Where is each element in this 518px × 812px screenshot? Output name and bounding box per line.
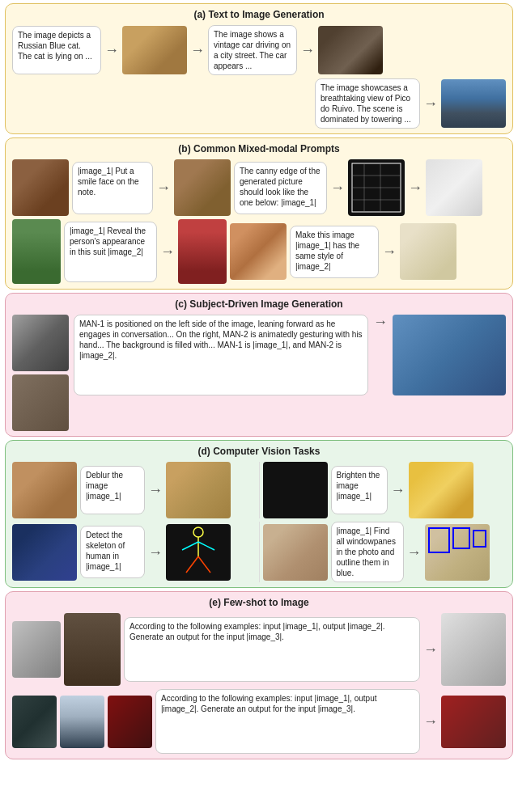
img-lion-sharp (166, 462, 231, 518)
section-c-title: (c) Subject-Driven Image Generation (12, 298, 506, 310)
section-a-text3: The image showcases a breathtaking view … (315, 78, 420, 129)
img-lion-blur (12, 462, 77, 518)
arrow-e2: → (423, 714, 438, 729)
section-a: (a) Text to Image Generation The image d… (5, 3, 513, 134)
section-a-text1: The image depicts a Russian Blue cat. Th… (12, 26, 101, 74)
img-ironman-input (108, 696, 152, 748)
section-e-row1: According to the following examples: inp… (12, 613, 506, 686)
img-man2 (12, 374, 69, 431)
section-c-left (12, 315, 69, 431)
img-kitchen-fewshot (12, 621, 61, 678)
arrow-d2: → (391, 483, 405, 497)
section-d-row2-right: |image_1| Find all windowpanes in the ph… (263, 522, 507, 582)
arrow-b3: → (408, 180, 422, 195)
section-b-text2: |image_1| Reveal the person's appearance… (64, 222, 157, 282)
section-d-title: (d) Computer Vision Tasks (12, 446, 506, 457)
arrow-4: → (423, 96, 438, 111)
svg-rect-12 (429, 528, 449, 552)
img-skeleton (166, 524, 231, 581)
arrow-d4: → (407, 545, 422, 560)
img-fruit-teapot (230, 223, 287, 280)
section-d-row2-left: Detect the skeleton of human in |image_1… (12, 522, 256, 582)
section-c-inner: MAN-1 is positioned on the left side of … (12, 315, 506, 431)
section-d-row1-right: Brighten the image |image_1| → (263, 462, 507, 518)
section-e-text1: According to the following examples: inp… (124, 617, 420, 682)
arrow-b1: → (156, 180, 171, 195)
section-e-text2: According to the following examples: inp… (155, 689, 420, 754)
svg-rect-13 (453, 528, 469, 548)
section-d-text4: |image_1| Find all windowpanes in the ph… (331, 522, 404, 582)
img-car (318, 26, 383, 74)
section-b-canny-text: The canny edge of the generated picture … (234, 162, 327, 214)
section-a-row2: The image showcases a breathtaking view … (12, 78, 506, 129)
arrow-3: → (300, 43, 315, 57)
section-b-row2: |image_1| Reveal the person's appearance… (12, 219, 506, 284)
section-b-title: (b) Common Mixed-modal Prompts (12, 143, 506, 154)
img-man1 (12, 315, 69, 371)
section-c-desc: MAN-1 is positioned on the left side of … (74, 315, 368, 395)
section-b-text1: |image_1| Put a smile face on the note. (72, 162, 153, 214)
section-e-title: (e) Few-shot to Image (12, 597, 506, 608)
img-mountain-cave (60, 696, 104, 748)
svg-line-9 (198, 542, 214, 550)
section-d-text2: Brighten the image |image_1| (331, 466, 388, 514)
arrow-d1: → (148, 483, 163, 497)
arrow-c1: → (373, 315, 388, 329)
section-a-text2: The image shows a vintage car driving on… (208, 25, 297, 75)
svg-rect-14 (473, 531, 486, 547)
arrow-d3: → (148, 545, 163, 560)
section-b-row1: |image_1| Put a smile face on the note. … (12, 159, 506, 216)
divider-d1 (259, 462, 260, 518)
section-d: (d) Computer Vision Tasks Deblur the ima… (5, 440, 513, 588)
img-cave (12, 696, 57, 748)
img-room-white (426, 159, 482, 216)
arrow-2: → (190, 43, 205, 57)
section-d-text1: Deblur the image |image_1| (80, 466, 145, 514)
section-b-style-text: Make this image |image_1| has the same s… (290, 226, 379, 278)
img-dark (263, 462, 328, 518)
img-canny (348, 159, 405, 216)
img-red-top (178, 219, 227, 284)
img-ironman-output (441, 696, 506, 748)
img-warrior (64, 613, 121, 686)
img-green-top (12, 219, 61, 284)
svg-line-10 (186, 556, 198, 573)
arrow-b2: → (330, 180, 345, 195)
img-cat (122, 26, 187, 74)
section-d-row2: Detect the skeleton of human in |image_1… (12, 522, 506, 582)
svg-line-11 (198, 556, 210, 573)
img-teapot-sketch (400, 223, 456, 280)
section-c: (c) Subject-Driven Image Generation MAN-… (5, 293, 513, 437)
img-mountain (441, 79, 506, 128)
section-d-row1: Deblur the image |image_1| → Brighten th… (12, 462, 506, 518)
section-a-title: (a) Text to Image Generation (12, 9, 506, 20)
img-spongebob (409, 462, 473, 518)
svg-point-6 (193, 527, 203, 537)
svg-line-8 (182, 542, 198, 550)
divider-d2 (259, 522, 260, 582)
arrow-b4: → (160, 244, 175, 259)
section-d-text3: Detect the skeleton of human in |image_1… (80, 526, 145, 578)
img-kitchen2 (425, 524, 490, 581)
img-bag (12, 159, 69, 216)
arrow-1: → (104, 43, 119, 57)
section-e: (e) Few-shot to Image According to the f… (5, 591, 513, 759)
img-man-pose (12, 524, 77, 581)
img-white-figure (441, 613, 506, 686)
img-kitchen1 (263, 524, 328, 581)
section-e-row2: According to the following examples: inp… (12, 689, 506, 754)
section-a-row: The image depicts a Russian Blue cat. Th… (12, 25, 506, 75)
img-group (393, 315, 506, 395)
arrow-b5: → (382, 244, 397, 259)
section-b: (b) Common Mixed-modal Prompts |image_1|… (5, 137, 513, 290)
img-bear-note (174, 159, 231, 216)
section-d-row1-left: Deblur the image |image_1| → (12, 462, 256, 518)
arrow-e1: → (423, 642, 438, 657)
